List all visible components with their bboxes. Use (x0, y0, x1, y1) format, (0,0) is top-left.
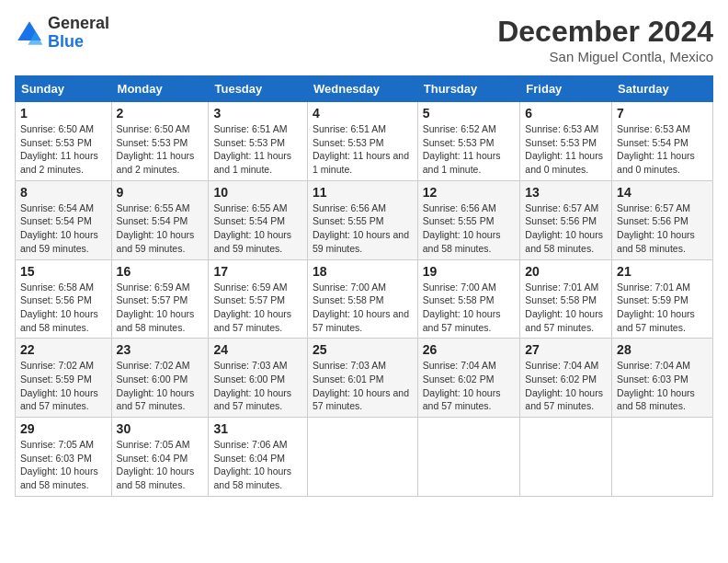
day-number: 15 (20, 264, 107, 279)
calendar-cell (612, 418, 713, 497)
day-detail: Sunrise: 6:51 AMSunset: 5:53 PMDaylight:… (313, 123, 409, 175)
day-detail: Sunrise: 7:05 AMSunset: 6:04 PMDaylight:… (117, 439, 195, 490)
calendar-cell: 14 Sunrise: 6:57 AMSunset: 5:56 PMDaylig… (612, 180, 713, 259)
col-thursday: Thursday (417, 76, 520, 102)
day-detail: Sunrise: 6:53 AMSunset: 5:54 PMDaylight:… (617, 123, 695, 175)
day-detail: Sunrise: 7:04 AMSunset: 6:02 PMDaylight:… (423, 360, 501, 411)
calendar-week-2: 8 Sunrise: 6:54 AMSunset: 5:54 PMDayligh… (16, 180, 713, 259)
logo-blue-text: Blue (48, 32, 84, 51)
calendar-table: Sunday Monday Tuesday Wednesday Thursday… (15, 75, 713, 497)
calendar-cell: 5 Sunrise: 6:52 AMSunset: 5:53 PMDayligh… (417, 102, 520, 181)
calendar-week-5: 29 Sunrise: 7:05 AMSunset: 6:03 PMDaylig… (16, 418, 713, 497)
calendar-cell: 4 Sunrise: 6:51 AMSunset: 5:53 PMDayligh… (307, 102, 417, 181)
calendar-cell: 15 Sunrise: 6:58 AMSunset: 5:56 PMDaylig… (16, 259, 112, 339)
day-detail: Sunrise: 6:55 AMSunset: 5:54 PMDaylight:… (117, 202, 195, 254)
day-detail: Sunrise: 7:06 AMSunset: 6:04 PMDaylight:… (213, 439, 291, 490)
calendar-cell: 23 Sunrise: 7:02 AMSunset: 6:00 PMDaylig… (111, 339, 209, 418)
calendar-cell: 21 Sunrise: 7:01 AMSunset: 5:59 PMDaylig… (612, 259, 713, 339)
day-detail: Sunrise: 6:53 AMSunset: 5:53 PMDaylight:… (525, 123, 603, 175)
calendar-cell: 1 Sunrise: 6:50 AMSunset: 5:53 PMDayligh… (16, 102, 112, 181)
calendar-week-1: 1 Sunrise: 6:50 AMSunset: 5:53 PMDayligh… (16, 102, 713, 181)
day-number: 26 (423, 342, 516, 357)
day-number: 10 (213, 185, 302, 200)
day-number: 18 (313, 264, 413, 279)
day-detail: Sunrise: 6:57 AMSunset: 5:56 PMDaylight:… (525, 202, 603, 254)
day-number: 28 (617, 342, 708, 357)
day-detail: Sunrise: 7:04 AMSunset: 6:03 PMDaylight:… (617, 360, 695, 411)
calendar-week-4: 22 Sunrise: 7:02 AMSunset: 5:59 PMDaylig… (16, 339, 713, 418)
calendar-cell: 3 Sunrise: 6:51 AMSunset: 5:53 PMDayligh… (209, 102, 308, 181)
day-number: 25 (313, 342, 413, 357)
day-detail: Sunrise: 6:58 AMSunset: 5:56 PMDaylight:… (20, 282, 98, 333)
day-number: 11 (313, 185, 413, 200)
day-detail: Sunrise: 6:56 AMSunset: 5:55 PMDaylight:… (423, 202, 501, 254)
calendar-cell (520, 418, 612, 497)
col-tuesday: Tuesday (209, 76, 308, 102)
day-number: 20 (525, 264, 607, 279)
title-block: December 2024 San Miguel Contla, Mexico (497, 15, 713, 64)
col-monday: Monday (111, 76, 209, 102)
day-number: 27 (525, 342, 607, 357)
day-detail: Sunrise: 6:55 AMSunset: 5:54 PMDaylight:… (213, 202, 291, 254)
calendar-cell: 22 Sunrise: 7:02 AMSunset: 5:59 PMDaylig… (16, 339, 112, 418)
calendar-cell: 29 Sunrise: 7:05 AMSunset: 6:03 PMDaylig… (16, 418, 112, 497)
day-number: 13 (525, 185, 607, 200)
col-sunday: Sunday (16, 76, 112, 102)
day-detail: Sunrise: 6:59 AMSunset: 5:57 PMDaylight:… (213, 282, 291, 333)
calendar-cell (417, 418, 520, 497)
day-number: 5 (423, 106, 516, 121)
day-detail: Sunrise: 7:02 AMSunset: 6:00 PMDaylight:… (117, 360, 195, 411)
day-number: 6 (525, 106, 607, 121)
day-number: 29 (20, 421, 107, 436)
day-number: 3 (213, 106, 302, 121)
calendar-cell: 6 Sunrise: 6:53 AMSunset: 5:53 PMDayligh… (520, 102, 612, 181)
day-detail: Sunrise: 6:57 AMSunset: 5:56 PMDaylight:… (617, 202, 695, 254)
logo-general-text: General (48, 14, 109, 32)
calendar-cell: 8 Sunrise: 6:54 AMSunset: 5:54 PMDayligh… (16, 180, 112, 259)
calendar-cell: 11 Sunrise: 6:56 AMSunset: 5:55 PMDaylig… (307, 180, 417, 259)
logo: General Blue (15, 15, 109, 52)
col-friday: Friday (520, 76, 612, 102)
day-detail: Sunrise: 6:50 AMSunset: 5:53 PMDaylight:… (117, 123, 195, 175)
day-number: 9 (117, 185, 204, 200)
day-number: 23 (117, 342, 204, 357)
day-number: 22 (20, 342, 107, 357)
day-number: 2 (117, 106, 204, 121)
day-detail: Sunrise: 6:52 AMSunset: 5:53 PMDaylight:… (423, 123, 501, 175)
logo-icon (15, 18, 44, 48)
calendar-cell: 12 Sunrise: 6:56 AMSunset: 5:55 PMDaylig… (417, 180, 520, 259)
day-number: 14 (617, 185, 708, 200)
calendar-cell: 16 Sunrise: 6:59 AMSunset: 5:57 PMDaylig… (111, 259, 209, 339)
calendar-cell: 31 Sunrise: 7:06 AMSunset: 6:04 PMDaylig… (209, 418, 308, 497)
day-number: 12 (423, 185, 516, 200)
day-detail: Sunrise: 6:59 AMSunset: 5:57 PMDaylight:… (117, 282, 195, 333)
col-saturday: Saturday (612, 76, 713, 102)
calendar-cell: 27 Sunrise: 7:04 AMSunset: 6:02 PMDaylig… (520, 339, 612, 418)
location: San Miguel Contla, Mexico (497, 49, 713, 64)
day-number: 17 (213, 264, 302, 279)
day-detail: Sunrise: 7:00 AMSunset: 5:58 PMDaylight:… (423, 282, 501, 333)
day-detail: Sunrise: 6:50 AMSunset: 5:53 PMDaylight:… (20, 123, 98, 175)
day-number: 4 (313, 106, 413, 121)
calendar-cell: 2 Sunrise: 6:50 AMSunset: 5:53 PMDayligh… (111, 102, 209, 181)
day-detail: Sunrise: 7:04 AMSunset: 6:02 PMDaylight:… (525, 360, 603, 411)
day-number: 19 (423, 264, 516, 279)
calendar-cell: 9 Sunrise: 6:55 AMSunset: 5:54 PMDayligh… (111, 180, 209, 259)
calendar-cell: 17 Sunrise: 6:59 AMSunset: 5:57 PMDaylig… (209, 259, 308, 339)
day-detail: Sunrise: 7:01 AMSunset: 5:59 PMDaylight:… (617, 282, 695, 333)
calendar-cell: 7 Sunrise: 6:53 AMSunset: 5:54 PMDayligh… (612, 102, 713, 181)
day-detail: Sunrise: 7:00 AMSunset: 5:58 PMDaylight:… (313, 282, 409, 333)
day-number: 7 (617, 106, 708, 121)
day-detail: Sunrise: 6:51 AMSunset: 5:53 PMDaylight:… (213, 123, 291, 175)
calendar-cell: 30 Sunrise: 7:05 AMSunset: 6:04 PMDaylig… (111, 418, 209, 497)
day-detail: Sunrise: 6:56 AMSunset: 5:55 PMDaylight:… (313, 202, 409, 254)
calendar-cell: 19 Sunrise: 7:00 AMSunset: 5:58 PMDaylig… (417, 259, 520, 339)
day-number: 21 (617, 264, 708, 279)
day-detail: Sunrise: 7:03 AMSunset: 6:00 PMDaylight:… (213, 360, 291, 411)
day-number: 16 (117, 264, 204, 279)
day-detail: Sunrise: 7:05 AMSunset: 6:03 PMDaylight:… (20, 439, 98, 490)
calendar-cell: 18 Sunrise: 7:00 AMSunset: 5:58 PMDaylig… (307, 259, 417, 339)
calendar-cell (307, 418, 417, 497)
day-detail: Sunrise: 6:54 AMSunset: 5:54 PMDaylight:… (20, 202, 98, 254)
calendar-cell: 24 Sunrise: 7:03 AMSunset: 6:00 PMDaylig… (209, 339, 308, 418)
